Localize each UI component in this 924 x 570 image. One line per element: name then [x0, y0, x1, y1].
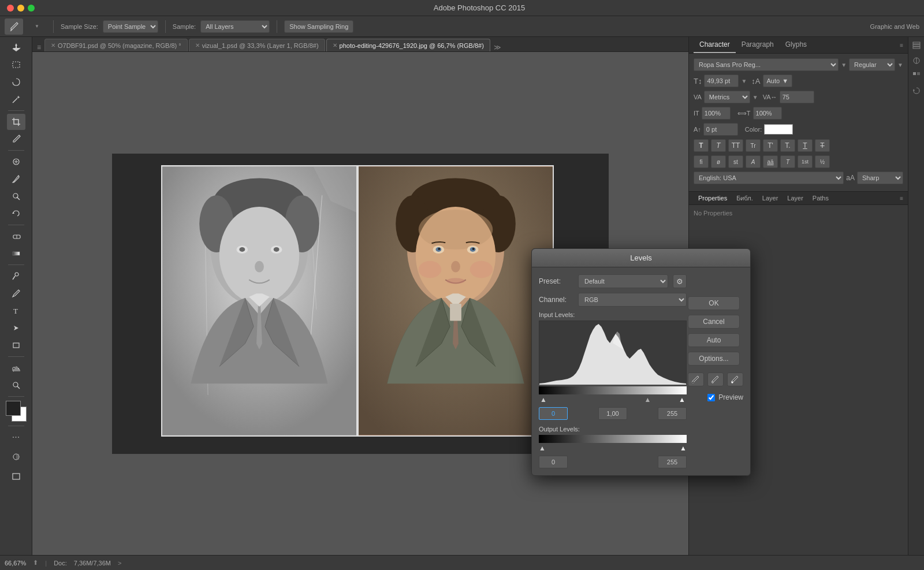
preview-checkbox[interactable]	[707, 394, 715, 401]
style-all-caps[interactable]: TT	[728, 139, 743, 152]
strip-icon-color[interactable]	[910, 69, 923, 82]
healing-brush-tool[interactable]	[7, 154, 25, 170]
tab-paths[interactable]: Paths	[808, 192, 833, 204]
clone-stamp-tool[interactable]	[7, 188, 25, 204]
input-black-value[interactable]	[539, 407, 568, 420]
color-swatches[interactable]	[6, 401, 27, 422]
baseline-shift-input[interactable]	[703, 123, 738, 136]
tab-layer-2[interactable]: Layer	[783, 192, 808, 204]
magic-wand-tool[interactable]	[7, 91, 25, 107]
style-small-caps[interactable]: Tr	[746, 139, 761, 152]
pen-tool[interactable]	[7, 285, 25, 301]
sample-black-btn[interactable]	[688, 372, 704, 386]
black-point-arrow[interactable]: ▲	[540, 396, 547, 404]
path-selection-tool[interactable]	[7, 320, 25, 336]
style-bold[interactable]: T	[694, 139, 709, 152]
fullscreen-button[interactable]	[28, 5, 35, 12]
preset-select[interactable]: Default	[578, 274, 668, 288]
tab-layer-1[interactable]: Layer	[758, 192, 783, 204]
ot-superscript-num[interactable]: 1st	[798, 155, 813, 168]
ok-button[interactable]: OK	[688, 296, 740, 310]
style-italic[interactable]: T	[711, 139, 726, 152]
tabs-collapse-left[interactable]: ≡	[35, 43, 43, 51]
sample-gray-btn[interactable]	[707, 372, 724, 386]
tab-glyphs[interactable]: Glyphs	[780, 37, 813, 53]
ot-alternates[interactable]: A	[746, 155, 761, 168]
horizontal-scale-input[interactable]	[753, 107, 782, 120]
tab-o7dbf91[interactable]: ✕ O7DBF91.psd @ 50% (magazine, RGB/8) °	[44, 39, 188, 51]
midtone-arrow[interactable]: ▲	[644, 396, 651, 404]
tabs-end-arrow[interactable]: ≫	[491, 43, 504, 51]
shape-tool[interactable]	[7, 337, 25, 353]
status-arrow[interactable]: >	[118, 560, 121, 567]
input-white-value[interactable]	[658, 407, 687, 420]
text-color-swatch[interactable]	[764, 124, 793, 135]
output-black-arrow[interactable]: ▲	[539, 444, 546, 452]
foreground-color-swatch[interactable]	[6, 401, 21, 416]
tab-properties[interactable]: Properties	[694, 192, 732, 204]
style-superscript[interactable]: T'	[763, 139, 778, 152]
font-size-input[interactable]	[704, 74, 739, 87]
dodge-tool[interactable]	[7, 268, 25, 284]
white-point-arrow[interactable]: ▲	[679, 396, 685, 404]
ot-oldstyle[interactable]: ø	[711, 155, 726, 168]
move-tool[interactable]	[7, 39, 25, 55]
strip-icon-history[interactable]	[910, 84, 923, 97]
tab-photo-editing[interactable]: ✕ photo-editing-429676_1920.jpg @ 66,7% …	[326, 39, 490, 51]
tab-paragraph[interactable]: Paragraph	[736, 37, 780, 53]
font-style-select[interactable]: Regular	[849, 58, 895, 71]
hand-tool[interactable]	[7, 360, 25, 376]
show-sampling-ring-btn[interactable]: Show Sampling Ring	[284, 20, 353, 33]
char-panel-collapse[interactable]: ≡	[900, 42, 903, 49]
eraser-tool[interactable]	[7, 228, 25, 244]
sample-size-select[interactable]: Point Sample	[103, 20, 158, 33]
cancel-button[interactable]: Cancel	[688, 315, 740, 329]
tab-close-1[interactable]: ✕	[51, 42, 55, 49]
type-tool[interactable]: T	[7, 303, 25, 319]
language-select[interactable]: English: USA	[694, 172, 844, 184]
tab-vizual[interactable]: ✕ vizual_1.psd @ 33,3% (Layer 1, RGB/8#)	[189, 39, 325, 51]
ot-ordinals[interactable]: T	[780, 155, 795, 168]
zoom-tool[interactable]	[7, 377, 25, 393]
sample-white-btn[interactable]	[727, 372, 743, 386]
preset-gear-btn[interactable]: ⚙	[673, 274, 687, 288]
style-strikethrough[interactable]: T	[815, 139, 830, 152]
history-brush-tool[interactable]	[7, 206, 25, 222]
status-export-icon[interactable]: ⬆	[33, 559, 38, 567]
tab-close-3[interactable]: ✕	[333, 42, 337, 49]
tab-close-2[interactable]: ✕	[195, 42, 200, 49]
eyedropper-tool-btn[interactable]	[5, 18, 23, 35]
output-white-value[interactable]	[658, 456, 687, 468]
rectangle-marquee-tool[interactable]	[7, 57, 25, 73]
lasso-tool[interactable]	[7, 74, 25, 90]
tracking-input[interactable]	[780, 91, 814, 103]
eyedropper-dropdown[interactable]: ▼	[28, 18, 46, 35]
anti-alias-select[interactable]: Sharp	[857, 172, 903, 184]
close-button[interactable]	[7, 5, 14, 12]
style-underline[interactable]: T	[798, 139, 813, 152]
strip-icon-channels[interactable]	[910, 54, 923, 67]
channel-select[interactable]: RGB	[578, 293, 687, 307]
brush-tool[interactable]	[7, 171, 25, 187]
crop-tool[interactable]	[7, 114, 25, 130]
vertical-scale-input[interactable]	[702, 107, 731, 120]
ot-fraction[interactable]: ½	[815, 155, 830, 168]
screen-mode-btn[interactable]	[7, 468, 25, 485]
options-button[interactable]: Options...	[688, 352, 740, 366]
output-white-arrow[interactable]: ▲	[680, 444, 687, 452]
eyedropper-tool[interactable]	[7, 131, 25, 147]
tab-bibl[interactable]: Библ.	[732, 192, 758, 204]
more-tools-btn[interactable]: ···	[7, 429, 25, 445]
style-subscript[interactable]: T.	[780, 139, 795, 152]
quick-mask-btn[interactable]	[7, 449, 25, 465]
prop-panel-collapse[interactable]: ≡	[900, 195, 903, 202]
ot-contextual[interactable]: st	[728, 155, 743, 168]
leading-dropdown[interactable]: Auto▼	[763, 74, 793, 87]
auto-button[interactable]: Auto	[688, 333, 740, 347]
strip-icon-layers[interactable]	[910, 39, 923, 52]
ot-ligatures[interactable]: fi	[694, 155, 709, 168]
sample-select[interactable]: All Layers	[200, 20, 270, 33]
minimize-button[interactable]	[17, 5, 24, 12]
font-family-select[interactable]: Ropa Sans Pro Reg...	[694, 58, 839, 71]
ot-titling[interactable]: aä	[763, 155, 778, 168]
